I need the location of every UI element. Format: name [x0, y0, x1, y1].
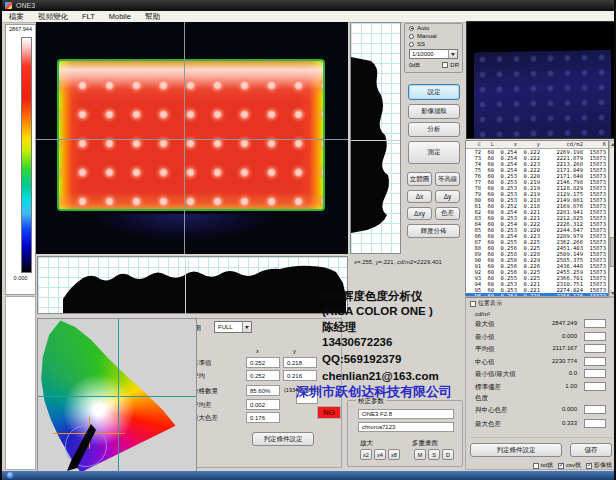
file-checkbox[interactable]: 影像檔 — [586, 461, 612, 470]
stat-range-box[interactable] — [584, 405, 606, 414]
average-x-value: 0.252 — [246, 370, 280, 381]
title-bar[interactable]: ONE3 — [2, 0, 616, 11]
scroll-up-icon[interactable] — [610, 141, 616, 148]
scrollbar-thumb[interactable] — [610, 237, 616, 267]
delta-xy-button[interactable]: Δxy — [407, 207, 432, 220]
menu-item[interactable]: 幫助 — [138, 12, 167, 22]
stat-range-box[interactable] — [584, 419, 606, 428]
stat-label: 最大色差 — [475, 420, 501, 429]
column-header[interactable]: K — [583, 141, 606, 148]
shutter-value: 1/10000 — [410, 51, 448, 57]
ng-status-badge: NG — [317, 406, 341, 419]
stat-row: 最小值0.000 — [466, 332, 615, 343]
taskbar[interactable] — [2, 471, 616, 480]
stat-range-box[interactable] — [584, 344, 606, 353]
crosshair-vertical[interactable] — [184, 22, 185, 254]
delta-y-button[interactable]: Δy — [435, 190, 460, 203]
checkbox-label: 影像檔 — [594, 461, 612, 470]
color-diff-button[interactable]: 色差 — [435, 207, 460, 220]
measure-button[interactable]: 測定 — [408, 141, 460, 164]
column-header[interactable]: C — [466, 141, 481, 148]
reference-y-value: 0.218 — [283, 357, 317, 368]
sensor-field[interactable]: chroma7123 — [358, 422, 454, 432]
dr-checkbox[interactable]: DR — [442, 62, 459, 68]
radio-icon — [409, 34, 414, 39]
gain-row: 0dB DR — [409, 62, 459, 68]
app-icon — [5, 2, 12, 9]
file-checkbox[interactable]: txt檔 — [533, 461, 553, 470]
delta-x-button[interactable]: Δx — [407, 190, 432, 203]
capture-button[interactable]: 影像擷取 — [408, 104, 460, 119]
menu-item[interactable]: 視頻變化 — [31, 12, 75, 22]
save-button[interactable]: 儲存 — [570, 443, 612, 457]
judge-condition-button[interactable]: 判定條件設定 — [470, 443, 562, 457]
zoom-x2-button[interactable]: x2 — [360, 449, 372, 460]
checkbox-icon — [586, 463, 592, 469]
file-checks: txt檔csv檔影像檔 — [533, 461, 612, 470]
stats-panel: 位置表示 cd/m² 最大值2847.249最小值0.000平均值2117.16… — [465, 296, 616, 470]
app-window: ONE3 檔案視頻變化FLTMobile幫助 2867.944 0.000 x=… — [0, 0, 616, 480]
stat-value: 0.333 — [562, 420, 577, 426]
panel-reflection — [81, 214, 306, 254]
average-y-value: 0.216 — [283, 370, 317, 381]
checkbox-label: csv檔 — [566, 461, 581, 470]
chroma-row: 最大色差0.333 — [466, 419, 615, 430]
stat-row: 中心值2230.774 — [466, 357, 615, 368]
column-header[interactable]: cd/m2 — [540, 141, 583, 148]
camera-preview[interactable] — [466, 21, 616, 139]
stat-value: 2117.167 — [552, 345, 577, 351]
stat-range-box[interactable] — [584, 319, 606, 328]
chroma-section-title: 色度 — [475, 394, 488, 403]
position-display-checkbox[interactable]: 位置表示 — [470, 299, 502, 308]
crosshair-horizontal[interactable] — [36, 139, 348, 140]
menu-item[interactable]: FLT — [75, 12, 102, 21]
column-header[interactable]: x — [494, 141, 517, 148]
multi-d-button[interactable]: D — [442, 449, 454, 460]
file-checkbox[interactable]: csv檔 — [558, 461, 581, 470]
horizontal-profile-shape — [63, 266, 346, 313]
stat-value: 2847.249 — [552, 320, 577, 326]
contour-button[interactable]: 等高線 — [435, 172, 460, 186]
cie-chromaticity-diagram[interactable] — [37, 318, 197, 475]
stat-range-box[interactable] — [584, 382, 606, 391]
start-button[interactable] — [7, 472, 14, 479]
column-header[interactable]: L — [481, 141, 494, 148]
stat-range-box[interactable] — [584, 369, 606, 378]
zoom-x4-button[interactable]: x4 — [374, 449, 386, 460]
radio-label: Manual — [417, 33, 437, 39]
stat-row: 最大值2847.249 — [466, 319, 615, 330]
dr-label: DR — [450, 62, 459, 68]
multi-m-button[interactable]: M — [414, 449, 426, 460]
avg-diff-value: 0.002 — [246, 399, 280, 410]
profile-cursor-line — [351, 140, 400, 141]
vertical-luminance-profile — [350, 22, 401, 254]
stat-range-box[interactable] — [584, 332, 606, 341]
thermal-heatmap-view[interactable] — [36, 22, 348, 254]
checkbox-label: txt檔 — [541, 461, 553, 470]
column-header[interactable]: y — [517, 141, 540, 148]
menu-item[interactable]: 檔案 — [2, 12, 31, 22]
luminance-dist-button[interactable]: 輝度分佈 — [407, 224, 460, 238]
analyze-button[interactable]: 分析 — [408, 122, 460, 137]
camera-preview-panel — [474, 50, 611, 139]
cie-pointer-arrow — [67, 424, 96, 471]
data-table: CLxycd/m2K 72600.2540.2222269.1981587373… — [465, 140, 609, 298]
radio-ss[interactable]: SS — [405, 40, 462, 48]
position-display-label: 位置表示 — [478, 299, 502, 308]
radio-manual[interactable]: Manual — [405, 32, 462, 40]
profile-cursor-line — [185, 257, 186, 315]
set-button[interactable]: 設定 — [408, 84, 460, 100]
shutter-select[interactable]: 1/10000 — [409, 49, 458, 59]
stat-range-box[interactable] — [584, 357, 606, 366]
range-select[interactable]: FULL — [214, 321, 252, 333]
zoom-buttons: x2x4x8 — [360, 449, 400, 460]
table-scrollbar[interactable] — [609, 140, 616, 298]
multi-s-button[interactable]: S — [428, 449, 440, 460]
judge-condition-button[interactable]: 判定條件設定 — [252, 432, 314, 446]
zoom-x8-button[interactable]: x8 — [388, 449, 400, 460]
menu-item[interactable]: Mobile — [102, 12, 138, 21]
lens-field[interactable]: ONE3 F2.8 — [358, 409, 454, 419]
radio-auto[interactable]: Auto — [405, 24, 462, 32]
solid-view-button[interactable]: 立體圖 — [407, 172, 432, 186]
stat-label: 中心值 — [475, 358, 495, 367]
